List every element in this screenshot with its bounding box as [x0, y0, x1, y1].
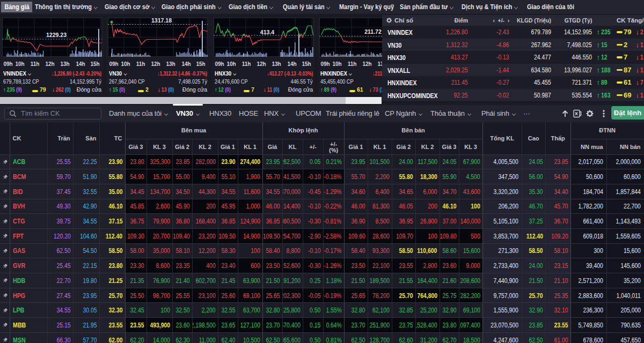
svg-text:1317.18: 1317.18 [151, 18, 172, 24]
svg-text:413.4: 413.4 [260, 29, 274, 35]
svg-text:211.72: 211.72 [364, 28, 382, 35]
svg-text:1229.23: 1229.23 [46, 32, 67, 38]
